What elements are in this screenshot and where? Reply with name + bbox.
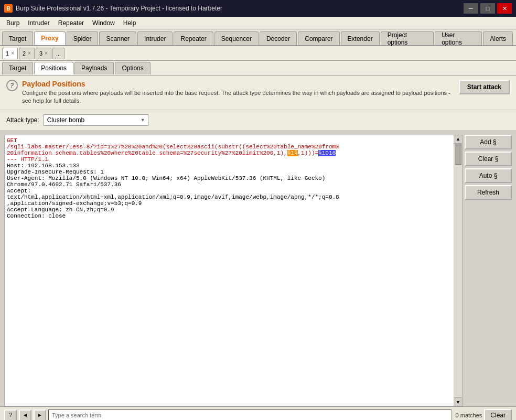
minimize-button[interactable]: ─	[464, 3, 478, 14]
positions-title-group: ? Payload Positions Configure the positi…	[6, 80, 459, 105]
request-line-chrome: Chrome/97.0.4692.71 Safari/537.36	[7, 181, 452, 188]
attack-type-select[interactable]: Sniper Battering ram Pitchfork Cluster b…	[44, 114, 148, 126]
tab-proxy[interactable]: Proxy	[34, 31, 65, 45]
positions-info: Payload Positions Configure the position…	[22, 80, 459, 105]
search-bar: ? ◄ ► 0 matches Clear	[0, 406, 516, 420]
editor-buttons: Add § Clear § Auto § Refresh	[463, 131, 516, 406]
num-tab-3[interactable]: 3 ×	[36, 48, 51, 59]
editor-scrollbar[interactable]: ▲ ▼	[454, 135, 462, 406]
tab-extender[interactable]: Extender	[341, 31, 380, 45]
search-clear-button[interactable]: Clear	[484, 409, 512, 421]
num-tab-2-close[interactable]: ×	[28, 50, 31, 56]
request-line-host: Host: 192.168.153.133	[7, 163, 452, 169]
menu-intruder[interactable]: Intruder	[24, 18, 53, 28]
editor-container: GET /sqli-labs-master/Less-8/?id=1%27%20…	[0, 131, 516, 406]
menu-repeater[interactable]: Repeater	[54, 18, 88, 28]
request-line-connection: Connection: close	[7, 213, 452, 219]
sub-tab-target[interactable]: Target	[2, 62, 33, 74]
request-editor[interactable]: GET /sqli-labs-master/Less-8/?id=1%27%20…	[5, 135, 454, 406]
app-title: Burp Suite Professional v1.7.26 - Tempor…	[16, 5, 222, 12]
main-layout: ? Payload Positions Configure the positi…	[0, 76, 516, 420]
app-logo: B	[4, 4, 13, 13]
positions-desc: Configure the positions where payloads w…	[22, 89, 459, 105]
num-tab-1-label: 1	[6, 50, 9, 57]
scroll-thumb[interactable]	[455, 144, 461, 165]
number-tab-bar: 1 × 2 × 3 × ...	[0, 46, 516, 61]
num-tab-more[interactable]: ...	[52, 48, 64, 59]
attack-type-select-wrapper: Sniper Battering ram Pitchfork Cluster b…	[44, 114, 148, 126]
tab-alerts[interactable]: Alerts	[483, 31, 513, 45]
menu-window[interactable]: Window	[88, 18, 119, 28]
num-tab-3-close[interactable]: ×	[45, 50, 48, 56]
request-line-accept-lang: Accept-Language: zh-CN,zh;q=0.9	[7, 207, 452, 213]
search-input[interactable]	[48, 410, 452, 421]
maximize-button[interactable]: □	[480, 3, 495, 14]
tab-user-options[interactable]: User options	[435, 31, 482, 45]
editor-border: GET /sqli-labs-master/Less-8/?id=1%27%20…	[4, 135, 463, 406]
scroll-down-btn[interactable]: ▼	[454, 397, 462, 406]
num-tab-3-label: 3	[39, 50, 42, 57]
tab-project-options[interactable]: Project options	[381, 31, 434, 45]
request-line-http: --- HTTP/1.1	[7, 156, 452, 163]
clear-section-button[interactable]: Clear §	[465, 152, 512, 166]
titlebar: B Burp Suite Professional v1.7.26 - Temp…	[0, 0, 516, 17]
scroll-track	[454, 144, 462, 397]
menu-help[interactable]: Help	[119, 18, 141, 28]
request-line-ua: User-Agent: Mozilla/5.0 (Windows NT 10.0…	[7, 175, 452, 181]
auto-section-button[interactable]: Auto §	[465, 168, 512, 183]
tab-repeater[interactable]: Repeater	[174, 31, 213, 45]
positions-title: Payload Positions	[22, 80, 459, 88]
request-line-accept-val: text/html,application/xhtml+xml,applicat…	[7, 194, 452, 207]
request-line-url: /sqli-labs-master/Less-8/?id=1%27%20%20a…	[7, 144, 452, 156]
titlebar-left: B Burp Suite Professional v1.7.26 - Temp…	[4, 4, 222, 13]
search-next-button[interactable]: ►	[34, 410, 46, 421]
add-section-button[interactable]: Add §	[465, 135, 512, 149]
sub-tab-options[interactable]: Options	[115, 62, 150, 74]
request-line-get: GET	[7, 137, 452, 144]
refresh-button[interactable]: Refresh	[465, 185, 512, 200]
search-matches: 0 matches	[456, 412, 482, 418]
search-prev-button[interactable]: ◄	[19, 410, 31, 421]
tab-scanner[interactable]: Scanner	[99, 31, 136, 45]
request-line-accept-label: Accept:	[7, 188, 452, 194]
titlebar-controls: ─ □ ✕	[464, 3, 512, 14]
request-line-upgrade: Upgrade-Insecure-Requests: 1	[7, 169, 452, 175]
num-tab-2[interactable]: 2 ×	[19, 48, 35, 59]
attack-type-label: Attack type:	[6, 116, 39, 124]
scroll-up-btn[interactable]: ▲	[454, 135, 462, 144]
tab-intruder[interactable]: Intruder	[137, 31, 173, 45]
sub-tab-payloads[interactable]: Payloads	[74, 62, 114, 74]
menu-burp[interactable]: Burp	[2, 18, 24, 28]
editor-wrapper: GET /sqli-labs-master/Less-8/?id=1%27%20…	[4, 135, 463, 406]
tab-comparer[interactable]: Comparer	[298, 31, 339, 45]
tab-decoder[interactable]: Decoder	[260, 31, 297, 45]
help-icon[interactable]: ?	[6, 80, 18, 91]
num-tab-1[interactable]: 1 ×	[2, 48, 18, 59]
tab-spider[interactable]: Spider	[67, 31, 99, 45]
positions-header: ? Payload Positions Configure the positi…	[0, 76, 516, 110]
start-attack-button[interactable]: Start attack	[459, 80, 510, 94]
menubar: Burp Intruder Repeater Window Help	[0, 17, 516, 29]
sub-tab-positions[interactable]: Positions	[34, 62, 73, 74]
search-help-button[interactable]: ?	[4, 410, 17, 421]
tab-target[interactable]: Target	[2, 31, 33, 45]
tab-sequencer[interactable]: Sequencer	[214, 31, 259, 45]
attack-type-row: Attack type: Sniper Battering ram Pitchf…	[0, 110, 516, 131]
main-tab-bar: Target Proxy Spider Scanner Intruder Rep…	[0, 29, 516, 46]
num-tab-2-label: 2	[23, 50, 26, 57]
sub-tab-bar: Target Positions Payloads Options	[0, 61, 516, 76]
close-button[interactable]: ✕	[497, 3, 512, 14]
num-tab-1-close[interactable]: ×	[11, 50, 14, 56]
